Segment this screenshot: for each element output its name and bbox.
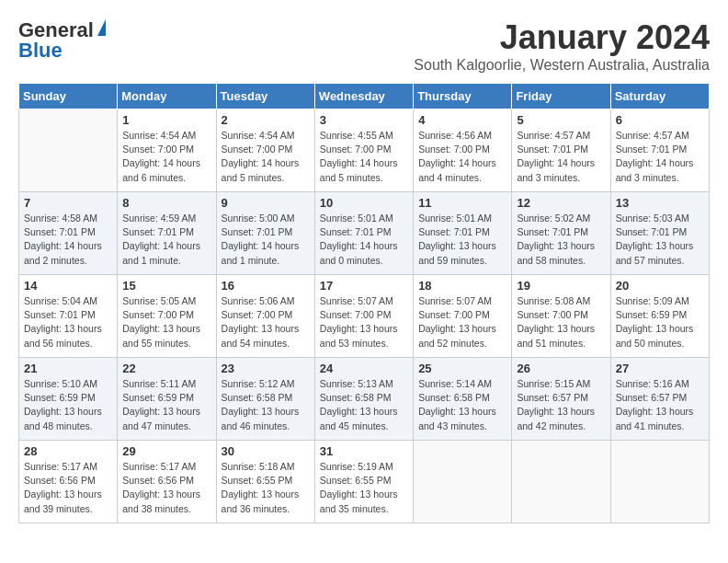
calendar-week-row: 21Sunrise: 5:10 AMSunset: 6:59 PMDayligh… — [19, 358, 710, 441]
calendar-cell: 25Sunrise: 5:14 AMSunset: 6:58 PMDayligh… — [414, 358, 512, 441]
day-number: 28 — [24, 444, 112, 458]
day-number: 26 — [517, 362, 605, 375]
day-info: Sunrise: 5:14 AMSunset: 6:58 PMDaylight:… — [418, 377, 506, 433]
calendar-cell: 24Sunrise: 5:13 AMSunset: 6:58 PMDayligh… — [314, 358, 413, 441]
day-number: 17 — [320, 279, 408, 293]
day-header-friday: Friday — [512, 84, 610, 109]
day-info: Sunrise: 5:16 AMSunset: 6:57 PMDaylight:… — [616, 377, 704, 433]
day-number: 3 — [320, 113, 408, 127]
day-info: Sunrise: 5:12 AMSunset: 6:58 PMDaylight:… — [222, 377, 310, 433]
day-number: 9 — [222, 196, 310, 210]
day-info: Sunrise: 5:07 AMSunset: 7:00 PMDaylight:… — [320, 294, 408, 350]
calendar-cell: 21Sunrise: 5:10 AMSunset: 6:59 PMDayligh… — [19, 358, 118, 441]
day-number: 22 — [122, 362, 210, 375]
calendar-cell: 7Sunrise: 4:58 AMSunset: 7:01 PMDaylight… — [19, 192, 118, 275]
day-header-tuesday: Tuesday — [216, 84, 314, 109]
day-info: Sunrise: 5:00 AMSunset: 7:01 PMDaylight:… — [222, 212, 310, 268]
day-number: 15 — [122, 279, 210, 293]
day-info: Sunrise: 5:17 AMSunset: 6:56 PMDaylight:… — [24, 460, 112, 516]
day-header-sunday: Sunday — [19, 84, 118, 109]
day-number: 31 — [320, 444, 408, 458]
calendar-cell: 4Sunrise: 4:56 AMSunset: 7:00 PMDaylight… — [414, 109, 512, 192]
logo: General Blue — [18, 18, 106, 63]
day-info: Sunrise: 5:07 AMSunset: 7:00 PMDaylight:… — [418, 294, 506, 350]
calendar-cell: 14Sunrise: 5:04 AMSunset: 7:01 PMDayligh… — [19, 275, 118, 358]
calendar-cell: 5Sunrise: 4:57 AMSunset: 7:01 PMDaylight… — [512, 109, 610, 192]
day-info: Sunrise: 4:58 AMSunset: 7:01 PMDaylight:… — [24, 212, 112, 268]
day-number: 23 — [222, 362, 310, 375]
day-info: Sunrise: 5:03 AMSunset: 7:01 PMDaylight:… — [616, 212, 704, 268]
calendar-table: SundayMondayTuesdayWednesdayThursdayFrid… — [18, 83, 710, 523]
calendar-week-row: 28Sunrise: 5:17 AMSunset: 6:56 PMDayligh… — [19, 441, 710, 523]
day-info: Sunrise: 5:19 AMSunset: 6:55 PMDaylight:… — [320, 460, 408, 516]
day-number: 8 — [122, 196, 210, 210]
calendar-cell: 15Sunrise: 5:05 AMSunset: 7:00 PMDayligh… — [118, 275, 216, 358]
calendar-cell: 30Sunrise: 5:18 AMSunset: 6:55 PMDayligh… — [216, 441, 314, 523]
day-info: Sunrise: 5:10 AMSunset: 6:59 PMDaylight:… — [24, 377, 112, 433]
day-info: Sunrise: 4:54 AMSunset: 7:00 PMDaylight:… — [222, 129, 310, 185]
day-info: Sunrise: 5:11 AMSunset: 6:59 PMDaylight:… — [122, 377, 210, 433]
day-number: 27 — [616, 362, 704, 375]
calendar-cell: 11Sunrise: 5:01 AMSunset: 7:01 PMDayligh… — [414, 192, 512, 275]
calendar-cell: 18Sunrise: 5:07 AMSunset: 7:00 PMDayligh… — [414, 275, 512, 358]
day-number: 14 — [24, 279, 112, 293]
day-number: 30 — [222, 444, 310, 458]
title-area: January 2024 South Kalgoorlie, Western A… — [414, 18, 710, 74]
calendar-cell: 20Sunrise: 5:09 AMSunset: 6:59 PMDayligh… — [610, 275, 709, 358]
calendar-cell — [610, 441, 709, 523]
month-title: January 2024 — [414, 18, 710, 57]
day-info: Sunrise: 5:15 AMSunset: 6:57 PMDaylight:… — [517, 377, 605, 433]
calendar-week-row: 1Sunrise: 4:54 AMSunset: 7:00 PMDaylight… — [19, 109, 710, 192]
day-header-saturday: Saturday — [610, 84, 709, 109]
calendar-cell: 17Sunrise: 5:07 AMSunset: 7:00 PMDayligh… — [314, 275, 413, 358]
day-number: 29 — [122, 444, 210, 458]
calendar-week-row: 7Sunrise: 4:58 AMSunset: 7:01 PMDaylight… — [19, 192, 710, 275]
day-number: 18 — [418, 279, 506, 293]
calendar-cell: 29Sunrise: 5:17 AMSunset: 6:56 PMDayligh… — [118, 441, 216, 523]
day-info: Sunrise: 4:59 AMSunset: 7:01 PMDaylight:… — [122, 212, 210, 268]
day-info: Sunrise: 4:54 AMSunset: 7:00 PMDaylight:… — [122, 129, 210, 185]
calendar-cell: 6Sunrise: 4:57 AMSunset: 7:01 PMDaylight… — [610, 109, 709, 192]
calendar-cell: 8Sunrise: 4:59 AMSunset: 7:01 PMDaylight… — [118, 192, 216, 275]
day-info: Sunrise: 5:08 AMSunset: 7:00 PMDaylight:… — [517, 294, 605, 350]
day-header-wednesday: Wednesday — [314, 84, 413, 109]
calendar-cell: 16Sunrise: 5:06 AMSunset: 7:00 PMDayligh… — [216, 275, 314, 358]
day-number: 10 — [320, 196, 408, 210]
calendar-cell: 10Sunrise: 5:01 AMSunset: 7:01 PMDayligh… — [314, 192, 413, 275]
calendar-week-row: 14Sunrise: 5:04 AMSunset: 7:01 PMDayligh… — [19, 275, 710, 358]
day-info: Sunrise: 5:04 AMSunset: 7:01 PMDaylight:… — [24, 294, 112, 350]
calendar-cell: 2Sunrise: 4:54 AMSunset: 7:00 PMDaylight… — [216, 109, 314, 192]
header: General Blue January 2024 South Kalgoorl… — [18, 18, 710, 74]
location-subtitle: South Kalgoorlie, Western Australia, Aus… — [414, 57, 710, 74]
day-info: Sunrise: 4:57 AMSunset: 7:01 PMDaylight:… — [517, 129, 605, 185]
day-info: Sunrise: 5:01 AMSunset: 7:01 PMDaylight:… — [320, 212, 408, 268]
day-info: Sunrise: 4:56 AMSunset: 7:00 PMDaylight:… — [418, 129, 506, 185]
calendar-cell — [19, 109, 118, 192]
day-number: 13 — [616, 196, 704, 210]
day-number: 1 — [122, 113, 210, 127]
calendar-cell — [414, 441, 512, 523]
calendar-cell: 3Sunrise: 4:55 AMSunset: 7:00 PMDaylight… — [314, 109, 413, 192]
logo-triangle-icon — [97, 19, 106, 36]
calendar-cell: 1Sunrise: 4:54 AMSunset: 7:00 PMDaylight… — [118, 109, 216, 192]
calendar-cell: 31Sunrise: 5:19 AMSunset: 6:55 PMDayligh… — [314, 441, 413, 523]
day-number: 21 — [24, 362, 112, 375]
day-number: 7 — [24, 196, 112, 210]
calendar-cell: 22Sunrise: 5:11 AMSunset: 6:59 PMDayligh… — [118, 358, 216, 441]
calendar-cell: 13Sunrise: 5:03 AMSunset: 7:01 PMDayligh… — [610, 192, 709, 275]
calendar-cell: 28Sunrise: 5:17 AMSunset: 6:56 PMDayligh… — [19, 441, 118, 523]
day-info: Sunrise: 5:06 AMSunset: 7:00 PMDaylight:… — [222, 294, 310, 350]
day-info: Sunrise: 5:01 AMSunset: 7:01 PMDaylight:… — [418, 212, 506, 268]
day-number: 16 — [222, 279, 310, 293]
day-header-monday: Monday — [118, 84, 216, 109]
logo-blue: Blue — [18, 39, 63, 63]
day-number: 6 — [616, 113, 704, 127]
calendar-cell: 26Sunrise: 5:15 AMSunset: 6:57 PMDayligh… — [512, 358, 610, 441]
day-number: 11 — [418, 196, 506, 210]
calendar-cell: 27Sunrise: 5:16 AMSunset: 6:57 PMDayligh… — [610, 358, 709, 441]
calendar-header-row: SundayMondayTuesdayWednesdayThursdayFrid… — [19, 84, 710, 109]
day-number: 20 — [616, 279, 704, 293]
day-info: Sunrise: 4:55 AMSunset: 7:00 PMDaylight:… — [320, 129, 408, 185]
day-number: 25 — [418, 362, 506, 375]
day-info: Sunrise: 5:02 AMSunset: 7:01 PMDaylight:… — [517, 212, 605, 268]
